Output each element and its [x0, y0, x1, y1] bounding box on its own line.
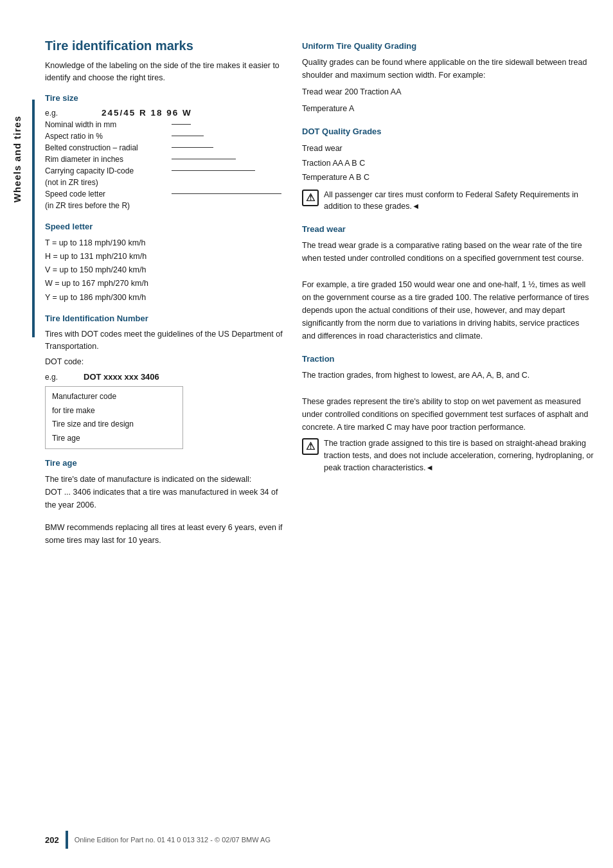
- tread-wear-text2: For example, a tire graded 150 would wea…: [302, 278, 594, 342]
- warning-icon-dot: ⚠: [302, 190, 319, 206]
- tire-age-section: Tire age The tire's date of manufacture …: [45, 458, 283, 547]
- sidebar-label: Wheels and tires: [12, 116, 22, 202]
- page-number: 202: [45, 835, 59, 845]
- tire-age-text2: DOT ... 3406 indicates that a tire was m…: [45, 486, 283, 511]
- speed-item-v: V = up to 150 mph/240 km/h: [45, 263, 283, 277]
- page-wrapper: Wheels and tires Tire identification mar…: [0, 0, 613, 868]
- left-column: Tire identification marks Knowledge of t…: [45, 39, 283, 547]
- tire-diagram-row-1: Nominal width in mm: [45, 119, 283, 130]
- tire-diagram-row-5: Carrying capacity ID-code: [45, 165, 283, 177]
- tin-desc2: DOT code:: [45, 356, 283, 368]
- dot-code-text: DOT xxxx xxx 3406: [84, 372, 159, 382]
- dot-eg-label: e.g.: [45, 373, 64, 382]
- warning-icon-traction: ⚠: [302, 438, 319, 455]
- dot-quality-warning: ⚠ All passenger car tires must conform t…: [302, 189, 594, 213]
- dot-quality-item-1: Tread wear: [302, 141, 594, 156]
- tread-wear-title: Tread wear: [302, 224, 594, 234]
- tire-age-text1: The tire's date of manufacture is indica…: [45, 473, 283, 486]
- utqg-text1: Quality grades can be found where applic…: [302, 56, 594, 82]
- conn-line-4: [172, 159, 236, 159]
- utqg-section: Uniform Tire Quality Grading Quality gra…: [302, 41, 594, 115]
- tread-wear-text1: The tread wear grade is a comparative ra…: [302, 239, 594, 265]
- tire-row-label-2: Aspect ratio in %: [45, 130, 170, 142]
- tin-title: Tire Identification Number: [45, 314, 283, 323]
- tire-age-text3: BMW recommends replacing all tires at le…: [45, 521, 283, 547]
- dot-line-3: Tire size and tire design: [52, 418, 176, 432]
- tin-section: Tire Identification Number Tires with DO…: [45, 314, 283, 450]
- speed-item-w: W = up to 167 mph/270 km/h: [45, 277, 283, 290]
- conn-line-1: [172, 124, 191, 125]
- dot-diagram: e.g. DOT xxxx xxx 3406 Manufacturer code…: [45, 372, 283, 449]
- dot-line-1: Manufacturer code: [52, 390, 176, 404]
- dot-quality-item-3: Temperature A B C: [302, 170, 594, 185]
- tire-diagram-row-2: Aspect ratio in %: [45, 130, 283, 142]
- tire-row-label-3: Belted construction – radial: [45, 142, 170, 154]
- tire-row-label-6: (not in ZR tires): [45, 177, 170, 188]
- speed-letter-section: Speed letter T = up to 118 mph/190 km/h …: [45, 222, 283, 305]
- tire-row-label-5: Carrying capacity ID-code: [45, 165, 170, 177]
- conn-line-3: [172, 147, 213, 148]
- dot-quality-title: DOT Quality Grades: [302, 127, 594, 136]
- traction-text2: These grades represent the tire's abilit…: [302, 395, 594, 434]
- dot-quality-list: Tread wear Traction AA A B C Temperature…: [302, 141, 594, 185]
- traction-warning: ⚠ The traction grade assigned to this ti…: [302, 438, 594, 474]
- tire-diagram-row-6: (not in ZR tires): [45, 177, 283, 188]
- utqg-title: Uniform Tire Quality Grading: [302, 41, 594, 51]
- tire-diagram-row-7: Speed code letter: [45, 188, 283, 200]
- intro-text: Knowledge of the labeling on the side of…: [45, 60, 283, 84]
- tire-age-title: Tire age: [45, 458, 283, 468]
- dot-quality-section: DOT Quality Grades Tread wear Traction A…: [302, 127, 594, 213]
- tire-size-title: Tire size: [45, 93, 283, 103]
- conn-line-2: [172, 136, 204, 136]
- tire-size-section: Tire size e.g. 245/45 R 18 96 W Nominal …: [45, 93, 283, 211]
- tire-row-label-4: Rim diameter in inches: [45, 154, 170, 165]
- eg-label-tire: e.g.: [45, 109, 58, 118]
- speed-item-h: H = up to 131 mph/210 km/h: [45, 250, 283, 263]
- tire-size-diagram-lines: Nominal width in mm Aspect ratio in % Be…: [45, 119, 283, 211]
- footer-bar: [66, 831, 68, 849]
- tire-size-code: 245/45 R 18 96 W: [102, 108, 192, 118]
- dot-eg-row: e.g. DOT xxxx xxx 3406: [45, 372, 283, 382]
- tread-wear-section: Tread wear The tread wear grade is a com…: [302, 224, 594, 342]
- main-content: Tire identification marks Knowledge of t…: [45, 39, 594, 547]
- utqg-example2: Temperature A: [302, 102, 594, 115]
- dot-quality-warning-text: All passenger car tires must conform to …: [324, 189, 594, 213]
- conn-line-5: [172, 170, 255, 171]
- tire-size-header: e.g. 245/45 R 18 96 W: [45, 108, 283, 118]
- tin-desc1: Tires with DOT codes meet the guidelines…: [45, 328, 283, 353]
- right-column: Uniform Tire Quality Grading Quality gra…: [302, 39, 594, 547]
- conn-line-7: [172, 193, 281, 194]
- traction-warning-text: The traction grade assigned to this tire…: [324, 438, 594, 474]
- tire-diagram-row-4: Rim diameter in inches: [45, 154, 283, 165]
- traction-section: Traction The traction grades, from highe…: [302, 354, 594, 474]
- dot-line-2: for tire make: [52, 404, 176, 418]
- sidebar-bar: [32, 100, 35, 337]
- utqg-example1: Tread wear 200 Traction AA: [302, 85, 594, 98]
- speed-letter-title: Speed letter: [45, 222, 283, 231]
- dot-line-4: Tire age: [52, 432, 176, 446]
- speed-item-t: T = up to 118 mph/190 km/h: [45, 236, 283, 250]
- traction-title: Traction: [302, 354, 594, 364]
- dot-box: Manufacturer code for tire make Tire siz…: [45, 386, 183, 449]
- footer: 202 Online Edition for Part no. 01 41 0 …: [0, 831, 613, 849]
- traction-text1: The traction grades, from highest to low…: [302, 369, 594, 382]
- tire-row-label-1: Nominal width in mm: [45, 119, 170, 130]
- tire-row-label-8: (in ZR tires before the R): [45, 200, 170, 211]
- dot-quality-item-2: Traction AA A B C: [302, 156, 594, 171]
- page-title: Tire identification marks: [45, 39, 283, 53]
- speed-item-y: Y = up to 186 mph/300 km/h: [45, 291, 283, 305]
- footer-text: Online Edition for Part no. 01 41 0 013 …: [75, 836, 271, 844]
- tire-diagram-row-3: Belted construction – radial: [45, 142, 283, 154]
- tire-row-label-7: Speed code letter: [45, 188, 170, 200]
- tire-diagram-row-8: (in ZR tires before the R): [45, 200, 283, 211]
